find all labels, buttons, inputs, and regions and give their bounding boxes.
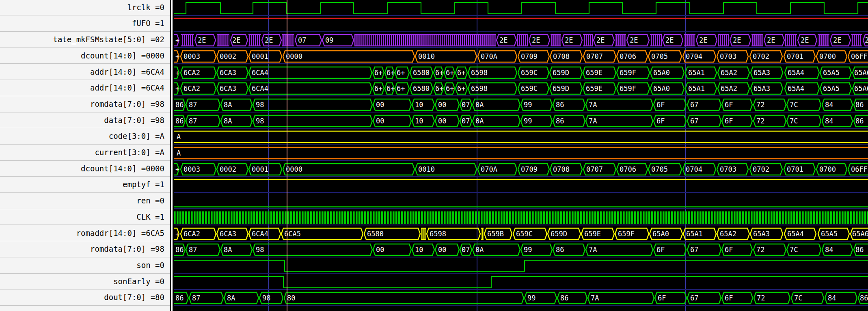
signal-row-label[interactable]: dcount[14:0] =0000	[0, 48, 170, 64]
svg-text:2E: 2E	[630, 36, 638, 44]
svg-text:6598: 6598	[471, 84, 488, 93]
svg-text:6CA3: 6CA3	[220, 84, 236, 93]
wave-row-data-7-0-[interactable]: 86878A98001000070A99867A6F676F727C8486	[174, 112, 868, 129]
wave-row-lrclk[interactable]	[174, 0, 868, 16]
signal-row-label[interactable]: data[7:0] =98	[0, 112, 170, 129]
svg-text:84: 84	[828, 294, 836, 302]
wave-row-current-3-0-[interactable]: A	[174, 145, 868, 161]
wave-row-romdata-7-0-[interactable]: 86878A98001000070A99867A6F676F727C8486	[174, 241, 868, 258]
signal-label-text: code[3:0] =A	[109, 128, 164, 145]
signal-label-text: fUFO =1	[132, 15, 164, 32]
svg-text:0700: 0700	[819, 52, 836, 60]
svg-text:84: 84	[825, 117, 833, 125]
svg-text:98: 98	[256, 101, 264, 109]
wave-row-ren[interactable]	[174, 193, 868, 209]
signal-row-label[interactable]: ren =0	[0, 193, 170, 209]
waveform-panel[interactable]: +2E2E2E07092E2E2E2E2E2E2E2E2E2E2E2E+0003…	[174, 0, 868, 311]
wave-row-dcount-14-0-[interactable]: +00030002000100000010070A070907080707070…	[174, 48, 868, 65]
svg-text:65A2: 65A2	[720, 230, 736, 238]
svg-text:99: 99	[524, 246, 532, 254]
wave-row-clk[interactable]	[174, 209, 868, 226]
svg-text:659D: 659D	[553, 69, 569, 77]
wave-row-romaddr-14-0-[interactable]: +6CA26CA36CA46CA565806598659B659C659D659…	[174, 225, 868, 242]
svg-text:+: +	[175, 69, 179, 77]
svg-text:65A3: 65A3	[753, 230, 770, 238]
signal-row-label[interactable]: addr[14:0] =6CA4	[0, 80, 170, 96]
svg-text:2E: 2E	[699, 36, 707, 44]
svg-text:6F: 6F	[725, 294, 733, 302]
svg-text:00: 00	[438, 101, 446, 109]
svg-text:84: 84	[825, 101, 833, 109]
svg-text:98: 98	[256, 246, 264, 254]
signal-row-label[interactable]: code[3:0] =A	[0, 128, 170, 145]
signal-row-label[interactable]: sonEarly =0	[0, 274, 170, 290]
svg-text:0003: 0003	[184, 165, 200, 173]
signal-row-label[interactable]: fUFO =1	[0, 15, 170, 32]
svg-text:86: 86	[175, 101, 184, 109]
signal-row-label[interactable]: addr[14:0] =6CA4	[0, 64, 170, 80]
signal-row-label[interactable]: romdata[7:0] =98	[0, 96, 170, 112]
signal-row-label[interactable]: lrclk =0	[0, 0, 170, 15]
signal-row-label[interactable]: romdata[7:0] =98	[0, 241, 170, 257]
wave-row-tate-mkfsmstate-5-0-[interactable]: +2E2E2E07092E2E2E2E2E2E2E2E2E2E2E2E	[174, 32, 868, 48]
svg-text:659C: 659C	[521, 84, 538, 93]
wave-row-son[interactable]	[174, 257, 868, 274]
signal-row-label[interactable]: romaddr[14:0] =6CA5	[0, 225, 170, 242]
svg-text:8A: 8A	[227, 294, 235, 302]
svg-text:65A6: 65A6	[854, 69, 868, 77]
wave-row-dcount-14-0-[interactable]: +00030002000100000010070A070907080707070…	[174, 161, 868, 177]
wave-row-dout-7-0-[interactable]: 86878A988099867A6F676F727C8486	[174, 289, 868, 306]
svg-text:10: 10	[415, 101, 423, 109]
svg-text:6F: 6F	[658, 294, 666, 302]
svg-text:6CA3: 6CA3	[220, 69, 236, 77]
svg-text:0702: 0702	[753, 165, 769, 173]
svg-text:6F: 6F	[725, 246, 733, 254]
svg-text:65A2: 65A2	[721, 69, 737, 77]
svg-text:2E: 2E	[801, 36, 809, 44]
wave-row-sonearly[interactable]	[174, 274, 868, 290]
svg-text:0706: 0706	[620, 52, 636, 60]
svg-text:65A5: 65A5	[823, 69, 840, 77]
svg-text:07: 07	[462, 246, 470, 254]
panel-divider[interactable]	[170, 0, 174, 311]
signal-row-label[interactable]: dcount[14:0] =0000	[0, 161, 170, 177]
svg-text:87: 87	[189, 101, 197, 109]
svg-text:0700: 0700	[819, 165, 836, 173]
signal-row-label[interactable]: emptyf =1	[0, 177, 170, 193]
signal-label-text: sonEarly =0	[113, 274, 164, 290]
signal-label-text: current[3:0] =A	[95, 145, 164, 161]
svg-text:86: 86	[556, 101, 564, 109]
svg-text:0701: 0701	[787, 165, 803, 173]
svg-text:7A: 7A	[589, 101, 597, 109]
wave-row-addr-14-0-[interactable]: +6CA26CA36CA46+6+6+65806+6+6+6598659C659…	[174, 64, 868, 81]
svg-text:0701: 0701	[787, 52, 803, 60]
time-cursor[interactable]	[287, 0, 287, 311]
svg-text:6+: 6+	[397, 69, 405, 77]
svg-text:65A1: 65A1	[688, 84, 705, 93]
svg-text:6F: 6F	[656, 101, 665, 109]
signal-row-label[interactable]: CLK =1	[0, 209, 170, 225]
svg-text:659C: 659C	[521, 69, 538, 77]
svg-text:8A: 8A	[224, 246, 232, 254]
svg-text:65A4: 65A4	[787, 230, 804, 238]
svg-text:+: +	[175, 37, 179, 44]
svg-text:6CA4: 6CA4	[252, 84, 268, 93]
wave-row-emptyf[interactable]	[174, 177, 868, 193]
svg-text:A: A	[177, 133, 181, 141]
signal-label-text: lrclk =0	[127, 0, 164, 15]
svg-text:6+: 6+	[386, 69, 395, 77]
svg-text:99: 99	[527, 294, 535, 302]
wave-row-fufo[interactable]	[174, 15, 868, 32]
signal-row-label[interactable]: current[3:0] =A	[0, 145, 170, 161]
svg-text:7C: 7C	[790, 101, 798, 109]
svg-text:65A3: 65A3	[754, 69, 770, 77]
signal-row-label[interactable]: tate_mkFSMstate[5:0] =02	[0, 32, 170, 48]
wave-row-romdata-7-0-[interactable]: 86878A98001000070A99867A6F676F727C8486	[174, 96, 868, 113]
signal-row-label[interactable]: son =0	[0, 257, 170, 274]
svg-text:0002: 0002	[220, 52, 236, 60]
svg-text:2E: 2E	[596, 36, 605, 44]
wave-row-addr-14-0-[interactable]: +6CA26CA36CA46+6+6+65806+6+6+6598659C659…	[174, 80, 868, 97]
signal-row-label[interactable]: dout[7:0] =80	[0, 289, 170, 306]
wave-row-code-3-0-[interactable]: A	[174, 128, 868, 145]
svg-text:2E: 2E	[565, 36, 573, 44]
